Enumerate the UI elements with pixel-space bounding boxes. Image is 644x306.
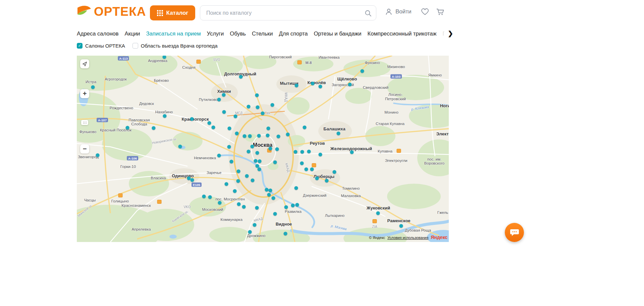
store-marker[interactable] [315, 177, 319, 180]
store-marker[interactable] [163, 114, 167, 118]
nav-item-9[interactable]: Компрессионный трикотаж [368, 30, 437, 37]
store-marker[interactable] [284, 232, 287, 236]
store-marker[interactable] [212, 126, 215, 129]
filter-2[interactable]: Область выезда Врача ортопеда [132, 43, 218, 49]
store-marker[interactable] [310, 168, 314, 171]
store-marker[interactable] [237, 170, 240, 173]
store-marker[interactable] [258, 160, 262, 163]
store-marker[interactable] [248, 134, 252, 138]
store-marker[interactable] [333, 170, 336, 174]
store-marker[interactable] [275, 147, 279, 151]
store-marker[interactable] [256, 151, 259, 155]
store-marker[interactable] [269, 189, 272, 192]
store-marker[interactable] [225, 182, 228, 186]
store-marker[interactable] [258, 168, 261, 171]
store-marker[interactable] [361, 69, 364, 73]
store-marker[interactable] [303, 126, 307, 129]
store-marker[interactable] [265, 188, 269, 192]
store-marker[interactable] [273, 161, 277, 164]
store-marker[interactable] [286, 133, 290, 136]
orteka-logo[interactable]: ОРТЕКА [77, 5, 146, 19]
store-marker[interactable] [243, 134, 247, 138]
store-marker[interactable] [267, 127, 270, 130]
store-marker[interactable] [325, 179, 329, 183]
store-marker[interactable] [227, 145, 231, 149]
store-marker[interactable] [217, 154, 221, 158]
store-marker[interactable] [266, 134, 270, 137]
nav-item-1[interactable]: Адреса салонов [77, 30, 118, 37]
store-marker[interactable] [271, 103, 274, 107]
store-marker[interactable] [190, 117, 194, 121]
store-marker[interactable] [305, 168, 308, 171]
map[interactable]: МоскваДолгопрудныйХимкиМытищиКоролёвЩёлк… [77, 56, 449, 242]
store-marker[interactable] [230, 160, 233, 164]
checkbox-checked[interactable]: ✓ [77, 43, 83, 49]
store-marker[interactable] [91, 85, 95, 89]
store-marker[interactable] [296, 203, 299, 207]
store-marker[interactable] [319, 153, 322, 157]
store-marker[interactable] [96, 154, 100, 157]
store-marker[interactable] [152, 126, 156, 130]
store-marker[interactable] [337, 132, 340, 135]
yandex-logo[interactable]: Яндекс [431, 235, 447, 240]
store-marker[interactable] [311, 82, 315, 85]
store-marker[interactable] [126, 126, 129, 130]
nav-item-6[interactable]: Стельки [252, 30, 273, 37]
terms-of-use-link[interactable]: Условия использования [387, 236, 428, 240]
store-marker[interactable] [376, 211, 380, 215]
store-marker[interactable] [233, 189, 237, 193]
store-marker[interactable] [245, 174, 249, 178]
store-marker[interactable] [218, 201, 222, 205]
store-marker[interactable] [253, 223, 257, 227]
store-marker[interactable] [235, 132, 239, 135]
store-marker[interactable] [191, 178, 194, 182]
store-marker[interactable] [255, 206, 259, 210]
checkbox-unchecked[interactable] [132, 43, 138, 49]
store-marker[interactable] [399, 224, 403, 228]
store-marker[interactable] [291, 204, 295, 207]
store-marker[interactable] [208, 195, 212, 199]
store-marker[interactable] [273, 212, 277, 216]
zoom-out-button[interactable]: − [80, 144, 89, 154]
store-marker[interactable] [178, 145, 182, 148]
cart-button[interactable] [436, 8, 444, 16]
store-marker[interactable] [256, 106, 260, 109]
store-marker[interactable] [208, 121, 211, 125]
store-marker[interactable] [234, 115, 237, 118]
filter-1[interactable]: ✓Салоны ОРТЕКА [77, 43, 125, 49]
favorites-button[interactable] [421, 8, 429, 15]
store-marker[interactable] [300, 162, 304, 165]
nav-item-3[interactable]: Записаться на прием [146, 30, 201, 37]
zoom-in-button[interactable]: + [80, 89, 89, 98]
store-marker[interactable] [228, 127, 231, 130]
store-marker[interactable] [295, 84, 299, 87]
nav-item-8[interactable]: Ортезы и бандажи [314, 30, 362, 37]
store-marker[interactable] [257, 134, 261, 138]
store-marker[interactable] [236, 179, 240, 183]
store-marker[interactable] [269, 147, 272, 150]
store-marker[interactable] [284, 205, 288, 209]
zoom-slider-handle[interactable] [81, 120, 88, 125]
store-marker[interactable] [261, 112, 265, 115]
search-icon[interactable] [365, 10, 372, 17]
store-marker[interactable] [251, 179, 255, 182]
store-marker[interactable] [255, 94, 259, 97]
store-marker[interactable] [348, 83, 352, 86]
store-marker[interactable] [239, 75, 243, 79]
store-marker[interactable] [277, 135, 280, 138]
nav-item-7[interactable]: Для спорта [279, 30, 308, 37]
store-marker[interactable] [247, 105, 251, 109]
nav-item-5[interactable]: Обувь [230, 30, 246, 37]
store-marker[interactable] [222, 93, 226, 97]
catalog-button[interactable]: Каталог [150, 5, 195, 20]
store-marker[interactable] [294, 150, 298, 154]
store-marker[interactable] [267, 193, 271, 197]
store-marker[interactable] [242, 205, 246, 209]
chat-button[interactable] [505, 223, 524, 242]
store-marker[interactable] [350, 150, 354, 154]
store-marker[interactable] [202, 195, 206, 198]
store-marker[interactable] [307, 150, 311, 154]
store-marker[interactable] [319, 85, 322, 88]
store-marker[interactable] [272, 196, 275, 200]
geolocation-button[interactable] [80, 59, 89, 68]
